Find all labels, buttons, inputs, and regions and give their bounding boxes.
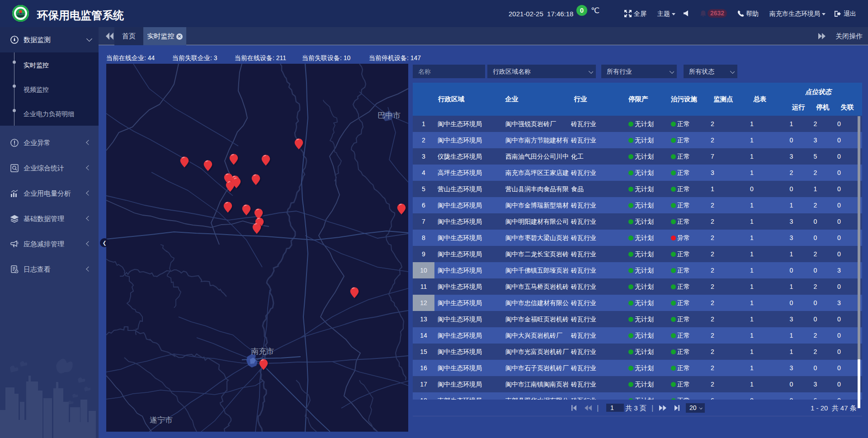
svg-text:巴中市: 巴中市 [377, 111, 401, 120]
svg-text:南充市: 南充市 [251, 347, 274, 356]
svg-text:遂宁市: 遂宁市 [150, 416, 173, 424]
